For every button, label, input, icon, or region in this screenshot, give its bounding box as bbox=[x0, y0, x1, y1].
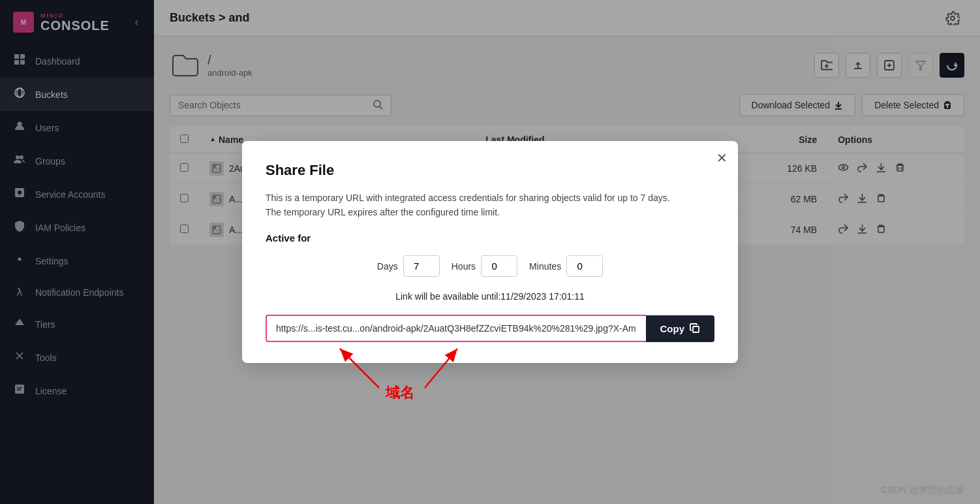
minutes-input[interactable] bbox=[566, 255, 603, 277]
hours-label: Hours bbox=[452, 261, 476, 272]
modal-active-for: Active for bbox=[266, 232, 714, 244]
modal-close-button[interactable]: ✕ bbox=[716, 151, 727, 165]
modal-description: This is a temporary URL with integrated … bbox=[266, 191, 714, 220]
time-inputs: Days Hours Minutes bbox=[266, 255, 714, 277]
url-input-wrap bbox=[266, 315, 646, 342]
main-area: Buckets > and / android-apk bbox=[154, 0, 980, 504]
share-file-modal: ✕ Share File This is a temporary URL wit… bbox=[242, 141, 738, 364]
svg-line-54 bbox=[340, 349, 379, 388]
days-label: Days bbox=[377, 261, 398, 272]
modal-desc-line2: The temporary URL expires after the conf… bbox=[266, 205, 714, 219]
url-input[interactable] bbox=[276, 323, 637, 334]
svg-line-55 bbox=[425, 349, 457, 388]
days-input[interactable] bbox=[403, 255, 440, 277]
svg-text:域名: 域名 bbox=[385, 385, 414, 401]
link-available: Link will be available until:11/29/2023 … bbox=[266, 291, 714, 302]
days-group: Days bbox=[377, 255, 440, 277]
hours-group: Hours bbox=[452, 255, 517, 277]
url-row: Copy bbox=[266, 315, 714, 342]
minutes-group: Minutes bbox=[529, 255, 603, 277]
modal-desc-line1: This is a temporary URL with integrated … bbox=[266, 191, 714, 205]
hours-input[interactable] bbox=[481, 255, 517, 277]
svg-rect-52 bbox=[693, 326, 699, 332]
minutes-label: Minutes bbox=[529, 261, 561, 272]
copy-label: Copy bbox=[660, 323, 685, 334]
modal-overlay: ✕ Share File This is a temporary URL wit… bbox=[154, 0, 980, 504]
copy-button[interactable]: Copy bbox=[646, 315, 715, 342]
modal-title: Share File bbox=[266, 162, 714, 179]
